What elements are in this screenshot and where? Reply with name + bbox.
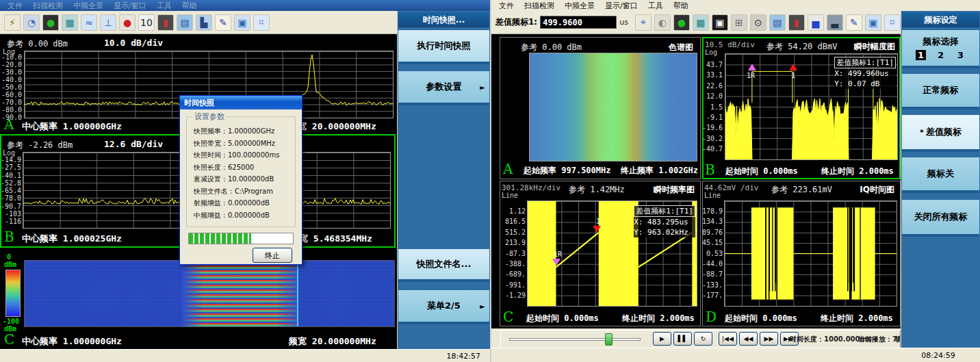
marker-option-3[interactable]: 3 [955, 50, 966, 60]
y-tick: -90.7 [1, 203, 21, 210]
tv-icon[interactable]: ▣ [712, 14, 728, 31]
current-frame-label: 当前播放：78 [858, 335, 901, 344]
colorbar-min: -100 [3, 318, 19, 325]
play-button[interactable]: ▶ [653, 332, 671, 346]
satellite-dish-icon[interactable]: ⌖ [635, 14, 652, 31]
waveform-window-icon[interactable]: ≈ [81, 14, 97, 31]
menu-item[interactable]: 工具 [152, 1, 177, 11]
menu-item[interactable]: 文件 [494, 1, 519, 11]
right-display-area: 参考 0.00 dBm 色谱图 A 起始频率 997.500MHz 终止频率 1… [491, 34, 901, 328]
bars-icon[interactable]: ▅ [808, 14, 824, 31]
delta-marker-label: 差值频标1: [495, 16, 537, 28]
dialog-titlebar[interactable]: 时间快照 [180, 96, 302, 109]
traffic-light-icon[interactable]: ● [673, 14, 690, 31]
right-toolbar: 差值频标1: us ⌖◐●▦▣⊞⊙▤▮▅▃✎▣⌗ [491, 11, 901, 34]
softkey-snapshot-filename[interactable]: 快照文件名... [398, 249, 489, 282]
playback-slider-track[interactable] [509, 338, 641, 341]
globe-icon[interactable]: ◐ [654, 14, 671, 31]
record-icon[interactable]: ● [119, 14, 136, 31]
menu-item[interactable]: 中频全景 [560, 1, 599, 11]
y-tick: -60.0 [1, 91, 22, 99]
menu-item[interactable]: 工具 [643, 1, 668, 11]
span-freq: 频宽 20.000000MHz [289, 335, 376, 348]
calculator-icon[interactable]: ⌗ [884, 14, 901, 31]
menu-item[interactable]: 显示/窗口 [600, 1, 643, 11]
y-tick: 12.0 [706, 92, 723, 100]
softkey-normal-marker[interactable]: 正常频标 [902, 74, 979, 109]
histogram-icon[interactable]: ▃ [827, 14, 843, 31]
menu-item[interactable]: 扫描检测 [519, 1, 559, 11]
softkey-parameter-setup[interactable]: 参数设置► [398, 71, 489, 105]
step-forward-button[interactable]: ▶▶ [760, 332, 778, 346]
panel-title: 瞬时幅度图 [854, 41, 895, 53]
start-time: 起始时间 0.000ms [725, 166, 798, 177]
fs-filter-icon[interactable]: ▮ [788, 14, 805, 31]
notepad-icon[interactable]: ✎ [846, 14, 862, 31]
pause-button[interactable]: ▌▌ [673, 332, 692, 346]
fs-filter-icon[interactable]: ▮ [157, 14, 174, 31]
traffic-light-icon[interactable]: ● [42, 14, 59, 31]
instrument-icon[interactable]: ▦ [62, 14, 78, 31]
pulse-window-icon[interactable]: ⊥ [100, 14, 116, 31]
menu-item[interactable]: 中频全景 [68, 1, 108, 11]
marker-readout: 差值频标1:[T1] X: 499.960us Y: 0.07 dB [834, 57, 896, 89]
step-back-button[interactable]: ◀◀ [739, 332, 758, 346]
softkey-delta-marker[interactable]: *差值频标 [902, 115, 979, 152]
data-1010-icon[interactable]: 10 [138, 14, 155, 31]
gauge-icon[interactable]: ◔ [23, 14, 40, 31]
y-tick: -14.9 [1, 156, 21, 164]
clock-icon[interactable]: ⊙ [750, 14, 766, 31]
y-tick: 43.7 [706, 61, 723, 68]
delta-marker-unit: us [619, 18, 628, 27]
menu-item[interactable]: 帮助 [177, 1, 202, 11]
right-analyzer-window: 文件扫描检测中频全景显示/窗口工具帮助 差值频标1: us ⌖◐●▦▣⊞⊙▤▮▅… [490, 0, 980, 362]
menu-item[interactable]: 显示/窗口 [109, 1, 151, 11]
marker-option-1[interactable]: 1 [916, 50, 926, 60]
center-freq: 中心频率 1.000025GHz [22, 233, 122, 245]
loop-button[interactable]: ↻ [694, 332, 712, 346]
waterfall-display [24, 260, 395, 327]
frequency-cursor[interactable] [297, 261, 298, 326]
y-tick: -40.0 [1, 76, 22, 83]
instrument-icon[interactable]: ▦ [693, 14, 709, 31]
marker-1r[interactable] [552, 259, 560, 266]
softkey-marker-select[interactable]: 频标选择 1 2 3 [902, 30, 979, 68]
delta-marker-input[interactable] [540, 16, 617, 29]
tuner-icon[interactable]: ⚡ [4, 14, 21, 31]
calculator-icon[interactable]: ⌗ [253, 14, 270, 31]
notepad-icon[interactable]: ✎ [215, 14, 231, 31]
softkey-all-markers-off[interactable]: 关闭所有频标 [902, 200, 979, 237]
stop-button[interactable]: 终止 [253, 248, 292, 263]
y-tick: -116 [5, 218, 21, 225]
playback-slider-thumb[interactable] [605, 333, 612, 346]
computer-icon[interactable]: ▣ [865, 14, 881, 31]
display-icon[interactable]: ▤ [769, 14, 786, 31]
display-icon[interactable]: ▤ [177, 14, 193, 31]
split-window-icon[interactable]: ⊞ [731, 14, 747, 31]
color-spectrum-display [529, 53, 697, 161]
marker-1r[interactable] [748, 64, 756, 70]
y-tick: -20.0 [1, 61, 22, 68]
chart-icon[interactable]: ▙ [196, 14, 212, 31]
right-softkey-menu: 频标设定 频标选择 1 2 3 正常频标 *差值频标 频标关 关闭所有频标 [901, 11, 980, 348]
panel-letter: B [705, 163, 715, 177]
y-tick: -78.0 [1, 194, 21, 202]
menu-item[interactable]: 文件 [3, 1, 27, 11]
y-tick: 515.2 [505, 229, 526, 236]
axis-type: Log [705, 49, 717, 56]
frequency-plot: 1R 1 差值频标1:[T1] X: 483.295us Y: 963.02kH… [527, 201, 697, 307]
scale-per-div: 10.0 dB/div [104, 38, 163, 48]
menu-item[interactable]: 扫描检测 [28, 1, 68, 11]
skip-start-button[interactable]: |◀◀ [719, 332, 737, 346]
menu-item[interactable]: 帮助 [669, 1, 693, 11]
marker-option-2[interactable]: 2 [936, 50, 946, 60]
clipped-status-label: 轨 [895, 335, 901, 344]
softkey-menu-page[interactable]: 菜单2/5► [398, 290, 489, 324]
softkey-run-snapshot[interactable]: 执行时间快照 [398, 30, 489, 64]
marker-1[interactable] [789, 64, 797, 70]
softkey-marker-off[interactable]: 频标关 [902, 157, 979, 193]
delta-marker-field: 差值频标1: us [495, 16, 628, 29]
left-toolbar: ⚡◔●▦≈⊥●10▮▤▙✎▣⌗ [0, 11, 397, 34]
computer-icon[interactable]: ▣ [234, 14, 250, 31]
marker-1[interactable] [593, 226, 601, 233]
